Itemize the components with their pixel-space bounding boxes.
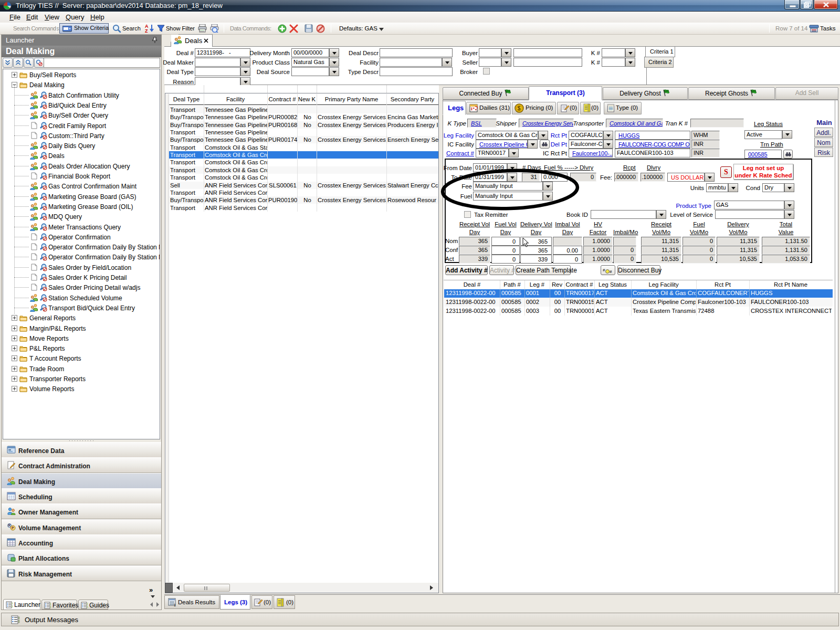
svg-text:#: # [610,269,612,274]
svg-text:#: # [603,268,605,272]
svg-text:P: P [12,526,14,530]
svg-text:$: $ [518,105,521,111]
svg-text:1: 1 [174,603,176,606]
svg-text:Z: Z [145,28,148,33]
svg-text:R: R [8,523,11,527]
